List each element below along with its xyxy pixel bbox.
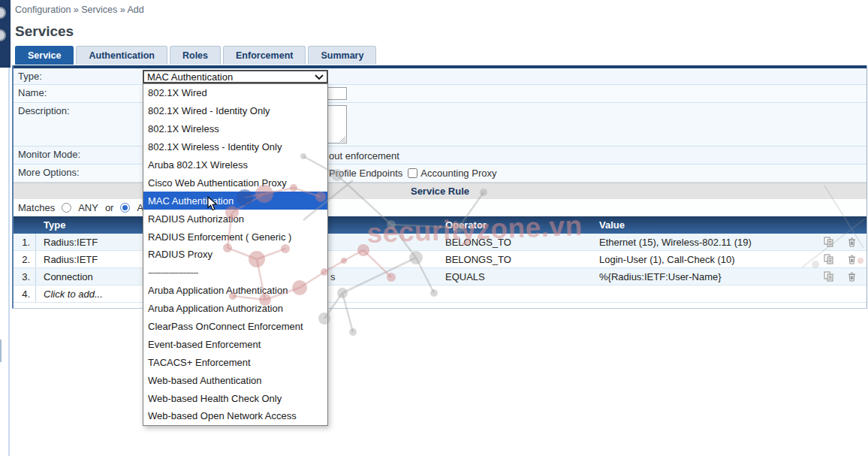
rule-operator[interactable]: BELONGS_TO — [441, 234, 595, 250]
dropdown-option[interactable]: Web-based Authentication — [143, 371, 327, 389]
service-rule-title: Service Rule — [411, 186, 469, 197]
dropdown-option[interactable]: 802.1X Wired — [143, 84, 327, 102]
form-row-description: Description: — [14, 103, 866, 146]
type-select-value: MAC Authentication — [147, 71, 233, 83]
sidebar-round-icon[interactable] — [0, 29, 6, 41]
trash-icon — [848, 255, 856, 264]
profile-endpoints-label: Profile Endpoints — [329, 168, 402, 179]
dropdown-option[interactable]: Event-based Enforcement — [143, 335, 327, 353]
rule-name-fragment: s — [330, 271, 336, 282]
sidebar-edge — [0, 0, 11, 68]
radio-all[interactable] — [120, 203, 130, 213]
description-label: Description: — [14, 103, 144, 146]
form-row-monitor-mode: Monitor Mode: — [14, 146, 866, 165]
dropdown-option[interactable]: Web-based Health Check Only — [143, 389, 327, 407]
col-header-value: Value — [595, 216, 816, 234]
copy-row-button[interactable] — [824, 271, 834, 282]
trash-icon — [848, 237, 856, 247]
copy-icon — [824, 254, 834, 264]
copy-row-button[interactable] — [824, 237, 834, 247]
dropdown-option[interactable]: 802.1X Wireless — [143, 120, 327, 138]
matches-label: Matches — [18, 202, 55, 213]
more-options-label: More Options: — [14, 165, 144, 182]
tab-service[interactable]: Service — [15, 46, 74, 65]
dropdown-option[interactable]: ClearPass OnConnect Enforcement — [143, 318, 327, 336]
matches-row: Matches ANY or ALL — [14, 199, 866, 216]
tab-roles[interactable]: Roles — [170, 46, 221, 65]
sidebar-divider — [8, 68, 10, 456]
row-number: 4. — [14, 285, 36, 302]
monitor-mode-text-fragment: out enforcement — [329, 150, 399, 162]
dropdown-option[interactable]: Aruba Application Authorization — [143, 300, 327, 318]
dropdown-separator: -------------------- — [143, 264, 327, 282]
rule-value[interactable]: %{Radius:IETF:User-Name} — [595, 268, 816, 285]
radio-any-label[interactable]: ANY — [78, 202, 98, 213]
tab-summary[interactable]: Summary — [308, 46, 376, 65]
type-label: Type: — [14, 68, 144, 84]
dropdown-option[interactable]: RADIUS Enforcement ( Generic ) — [143, 228, 327, 246]
copy-icon — [824, 237, 834, 247]
dropdown-option[interactable]: TACACS+ Enforcement — [143, 353, 327, 371]
dropdown-option[interactable]: RADIUS Proxy — [143, 246, 327, 264]
more-options-fragment: Profile Endpoints Accounting Proxy — [329, 168, 496, 179]
tab-bar: Service Authentication Roles Enforcement… — [15, 46, 376, 65]
rule-value[interactable]: Ethernet (15), Wireless-802.11 (19) — [595, 234, 816, 250]
name-label: Name: — [14, 85, 144, 102]
dropdown-option[interactable]: Aruba 802.1X Wireless — [143, 156, 327, 174]
service-form-panel: Type: Name: Description: Monitor Mode: M… — [12, 65, 867, 309]
dropdown-option[interactable]: Web-based Open Network Access — [143, 407, 327, 425]
page-title: Services — [15, 23, 74, 40]
trash-icon — [848, 272, 856, 282]
dropdown-option[interactable]: 802.1X Wired - Identity Only — [143, 102, 327, 120]
or-label: or — [105, 202, 114, 213]
delete-row-button[interactable] — [848, 255, 856, 264]
row-number: 1. — [14, 234, 36, 250]
copy-row-button[interactable] — [824, 254, 834, 264]
row-number: 3. — [14, 268, 36, 285]
tab-enforcement[interactable]: Enforcement — [223, 46, 306, 65]
tab-authentication[interactable]: Authentication — [76, 46, 167, 65]
rule-operator[interactable]: BELONGS_TO — [441, 251, 595, 267]
type-select[interactable]: MAC Authentication — [143, 70, 328, 83]
breadcrumb[interactable]: Configuration » Services » Add — [15, 5, 144, 15]
monitor-mode-label: Monitor Mode: — [14, 146, 144, 164]
table-row[interactable]: 1. Radius:IETF BELONGS_TO Ethernet (15),… — [14, 234, 866, 251]
delete-row-button[interactable] — [848, 237, 856, 247]
col-header-operator: Operator — [441, 216, 595, 234]
radio-any[interactable] — [62, 203, 71, 213]
row-number: 2. — [14, 251, 36, 267]
chevron-down-icon — [315, 74, 324, 80]
rule-value[interactable]: Login-User (1), Call-Check (10) — [595, 251, 816, 267]
type-select-dropdown: 802.1X Wired 802.1X Wired - Identity Onl… — [143, 83, 328, 426]
dropdown-option[interactable]: Cisco Web Authentication Proxy — [143, 174, 327, 192]
dropdown-option[interactable]: Aruba Application Authentication — [143, 282, 327, 300]
table-row-add[interactable]: 4. Click to add... — [14, 285, 866, 303]
scrollbar-remnant — [0, 340, 2, 362]
sidebar-round-icon[interactable] — [0, 7, 6, 19]
dropdown-option-highlighted[interactable]: MAC Authentication — [143, 192, 327, 210]
form-row-name: Name: — [14, 85, 866, 103]
accounting-proxy-checkbox[interactable] — [408, 168, 417, 178]
dropdown-option[interactable]: 802.1X Wireless - Identity Only — [143, 138, 327, 156]
service-rule-section-header: Service Rule — [14, 183, 866, 199]
table-row[interactable]: 3. Connection EQUALS %{Radius:IETF:User-… — [14, 268, 866, 285]
rules-table-header: Type Operator Value — [14, 216, 866, 234]
copy-icon — [824, 271, 834, 282]
form-row-type: Type: — [14, 68, 866, 85]
table-row[interactable]: 2. Radius:IETF BELONGS_TO Login-User (1)… — [14, 251, 866, 268]
rule-operator[interactable]: EQUALS — [441, 268, 595, 285]
dropdown-option[interactable]: RADIUS Authorization — [143, 210, 327, 228]
delete-row-button[interactable] — [848, 272, 856, 282]
accounting-proxy-label[interactable]: Accounting Proxy — [420, 168, 496, 179]
